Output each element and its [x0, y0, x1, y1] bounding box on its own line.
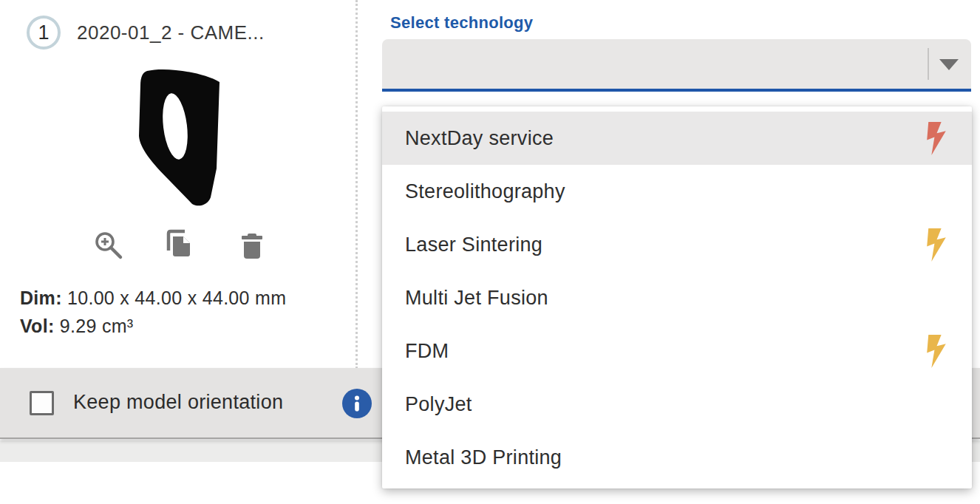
vol-label: Vol:: [20, 316, 55, 336]
technology-option-nextday-service[interactable]: NextDay service: [382, 112, 972, 165]
vol-value: 9.29 cm³: [60, 316, 134, 336]
technology-option-polyjet[interactable]: PolyJet: [382, 378, 972, 431]
technology-option-label: FDM: [405, 340, 449, 363]
magnifier-plus-icon: [93, 231, 124, 262]
technology-option-multi-jet-fusion[interactable]: Multi Jet Fusion: [382, 271, 972, 324]
technology-option-fdm[interactable]: FDM: [382, 324, 972, 378]
chevron-down-icon: [939, 59, 959, 70]
keep-orientation-label: Keep model orientation: [73, 391, 283, 414]
orientation-info-button[interactable]: [342, 389, 372, 418]
technology-option-label: NextDay service: [405, 127, 554, 150]
technology-select[interactable]: [382, 39, 971, 92]
delete-model-button[interactable]: [237, 231, 268, 262]
model-volume: Vol: 9.29 cm³: [20, 316, 133, 337]
info-icon: [342, 389, 372, 418]
dim-value: 10.00 x 44.00 x 44.00 mm: [67, 287, 286, 308]
model-card: 1 2020-01_2 - CAME... Dim: 10.00 x 44.: [0, 0, 358, 369]
technology-option-laser-sintering[interactable]: Laser Sintering: [382, 218, 972, 271]
technology-option-label: Stereolithography: [405, 180, 565, 203]
model-title: 2020-01_2 - CAME...: [77, 21, 265, 44]
lightning-bolt-icon: [927, 122, 947, 155]
dim-label: Dim:: [20, 287, 62, 308]
model-index: 1: [38, 21, 49, 44]
select-divider: [928, 48, 929, 80]
duplicate-model-button[interactable]: [162, 228, 193, 259]
copy-icon: [162, 228, 193, 259]
technology-dropdown: NextDay service Stereolithography Laser …: [382, 106, 972, 488]
technology-option-label: Multi Jet Fusion: [405, 287, 548, 310]
technology-option-label: PolyJet: [405, 393, 472, 416]
zoom-model-button[interactable]: [93, 231, 124, 262]
trash-icon: [237, 231, 268, 262]
keep-orientation-checkbox[interactable]: [30, 391, 54, 415]
technology-option-label: Metal 3D Printing: [405, 446, 562, 469]
model-thumbnail-image: [137, 65, 233, 213]
technology-option-metal-3d-printing[interactable]: Metal 3D Printing: [382, 431, 972, 484]
model-dimensions: Dim: 10.00 x 44.00 x 44.00 mm: [20, 287, 286, 309]
select-technology-label[interactable]: Select technology: [390, 13, 533, 33]
model-index-badge: 1: [27, 16, 61, 50]
lightning-bolt-icon: [927, 228, 947, 262]
lightning-bolt-icon: [927, 335, 947, 368]
technology-option-stereolithography[interactable]: Stereolithography: [382, 165, 972, 218]
technology-option-label: Laser Sintering: [405, 234, 542, 256]
